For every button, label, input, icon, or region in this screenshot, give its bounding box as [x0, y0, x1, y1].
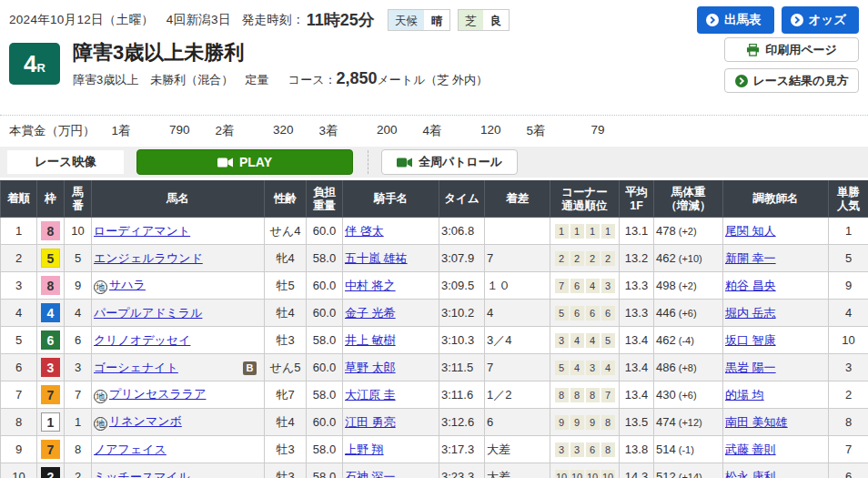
horse-link[interactable]: プリンセスララア: [109, 387, 206, 401]
horse-weight-value: 430: [656, 388, 676, 402]
turf-label: 芝: [459, 10, 483, 30]
margin-cell: 7: [485, 354, 550, 381]
corner-position-box: 2: [586, 251, 600, 266]
corner-position-box: 5: [555, 361, 569, 375]
horse-link[interactable]: パープルアドミラル: [94, 306, 202, 320]
condition-badges: 天候 晴 芝 良: [388, 9, 510, 31]
horse-weight-cell: 486 (+8): [654, 354, 723, 381]
horse-weight-value: 498: [656, 279, 676, 292]
horse-link[interactable]: ローディアマント: [94, 224, 190, 238]
prize-amount: 120: [454, 123, 501, 139]
horse-name-cell: パープルアドミラル: [92, 300, 265, 327]
horse-number-cell: 10: [65, 218, 92, 245]
results-guide-label: レース結果の見方: [753, 73, 849, 89]
jockey-cell: 金子 光希: [343, 300, 439, 327]
win-favorite-cell: 8: [829, 409, 868, 436]
entries-button[interactable]: 出馬表: [697, 6, 774, 34]
sex-age-cell: 牝7: [265, 381, 307, 409]
frame-number-cell: 5: [37, 245, 65, 272]
horse-name-cell: クリノオデッセイ: [92, 327, 265, 354]
carried-weight-cell: 60.0: [307, 300, 343, 327]
result-row: 978ノアフェイス牡358.0上野 翔3:17.3大差336813.8514 (…: [1, 436, 868, 463]
print-page-button[interactable]: 印刷用ページ: [724, 37, 859, 62]
prize-rank: 2着: [216, 123, 247, 139]
trainer-link[interactable]: 黒岩 陽一: [725, 361, 776, 374]
jockey-link[interactable]: 石神 深一: [345, 470, 396, 478]
horse-link[interactable]: クリノオデッセイ: [94, 333, 190, 347]
corner-position-box: 8: [570, 388, 584, 402]
start-time-label: 発走時刻：: [242, 12, 305, 28]
avg-1f-cell: 13.4: [620, 381, 654, 409]
horse-name-cell: 地プリンセスララア: [92, 381, 265, 409]
jockey-link[interactable]: 井上 敏樹: [345, 333, 396, 347]
prize-rank: 1着: [112, 123, 143, 139]
trainer-link[interactable]: 新開 幸一: [725, 251, 776, 265]
corner-position-box: 10: [586, 470, 600, 478]
jockey-link[interactable]: 大江原 圭: [345, 388, 396, 402]
corner-position-box: 6: [601, 306, 615, 320]
jockey-cell: 草野 太郎: [343, 354, 439, 381]
trainer-link[interactable]: 尾関 知人: [725, 224, 776, 238]
odds-button[interactable]: オッズ: [782, 6, 859, 34]
horse-weight-diff: (+14): [676, 472, 702, 478]
finish-position-cell: 10: [1, 463, 37, 478]
trainer-link[interactable]: 南田 美知雄: [725, 415, 788, 429]
jockey-link[interactable]: 江田 勇亮: [345, 415, 396, 429]
jockey-link[interactable]: 上野 翔: [345, 442, 384, 456]
finish-position-cell: 2: [1, 245, 37, 272]
horse-link[interactable]: リネンマンボ: [109, 414, 182, 428]
print-page-label: 印刷用ページ: [765, 42, 837, 58]
corner-position-box: 4: [586, 333, 600, 348]
win-favorite-cell: 10: [829, 327, 868, 354]
jockey-cell: 石神 深一: [343, 463, 439, 478]
horse-link[interactable]: ミッチースマイル: [94, 470, 190, 478]
time-cell: 3:10.2: [439, 300, 485, 327]
win-favorite-cell: 9: [829, 272, 868, 300]
time-cell: 3:12.6: [439, 409, 485, 436]
trainer-link[interactable]: 的場 均: [725, 388, 764, 402]
printer-icon: [746, 44, 760, 56]
carried-weight-cell: 58.0: [307, 327, 343, 354]
trainer-link[interactable]: 堀内 岳志: [725, 306, 776, 320]
results-table: 着順枠馬番馬名性齢負担重量騎手名タイム着差コーナー通過順位平均1F馬体重（増減）…: [0, 180, 868, 478]
jockey-link[interactable]: 五十嵐 雄祐: [345, 251, 408, 265]
finish-position-cell: 6: [1, 354, 37, 381]
result-row: 389地サハラ牡560.0中村 将之3:09.5１０764313.3498 (+…: [1, 272, 868, 300]
horse-number-cell: 4: [65, 300, 92, 327]
corner-position-box: 9: [570, 415, 584, 430]
corner-order-cell: 10101010: [550, 463, 620, 478]
avg-1f-cell: 13.3: [620, 272, 654, 300]
corner-position-box: 8: [601, 442, 615, 457]
jockey-link[interactable]: 中村 将之: [345, 279, 396, 292]
jockey-link[interactable]: 草野 太郎: [345, 361, 396, 374]
horse-weight-value: 512: [656, 470, 676, 478]
prize-rank: 5着: [527, 123, 558, 139]
carried-weight-cell: 60.0: [307, 409, 343, 436]
patrol-video-button[interactable]: 全周パトロール: [381, 149, 518, 175]
trainer-link[interactable]: 武藤 善則: [725, 442, 776, 456]
jockey-link[interactable]: 金子 光希: [345, 306, 396, 320]
corner-position-box: 10: [601, 470, 615, 478]
horse-link[interactable]: ノアフェイス: [94, 442, 167, 456]
carried-weight-cell: 58.0: [307, 436, 343, 463]
jockey-link[interactable]: 伴 啓太: [345, 224, 384, 238]
carried-weight-cell: 58.0: [307, 245, 343, 272]
horse-link[interactable]: サハラ: [109, 278, 146, 291]
trainer-link[interactable]: 坂口 智康: [725, 333, 776, 347]
column-header: 着差: [485, 181, 550, 218]
race-conditions: 障害3歳以上 未勝利（混合） 定量 コース：2,850メートル（芝 外内）: [73, 69, 488, 88]
corner-position-box: 7: [555, 279, 569, 293]
horse-link[interactable]: エンジェルラウンド: [94, 251, 203, 265]
horse-name-cell: エンジェルラウンド: [92, 245, 265, 272]
horse-link[interactable]: ゴーシェナイト: [94, 361, 178, 374]
results-guide-button[interactable]: レース結果の見方: [724, 68, 859, 93]
trainer-cell: 粕谷 昌央: [723, 272, 829, 300]
time-cell: 3:11.5: [439, 354, 485, 381]
trainer-link[interactable]: 粕谷 昌央: [725, 279, 776, 292]
play-button[interactable]: PLAY: [136, 149, 353, 175]
margin-cell: 大差: [485, 463, 550, 478]
horse-weight-value: 474: [656, 415, 676, 429]
trainer-link[interactable]: 松永 康利: [725, 470, 776, 478]
column-header: 単勝人気: [829, 181, 868, 218]
horse-weight-cell: 462 (-4): [654, 327, 723, 354]
